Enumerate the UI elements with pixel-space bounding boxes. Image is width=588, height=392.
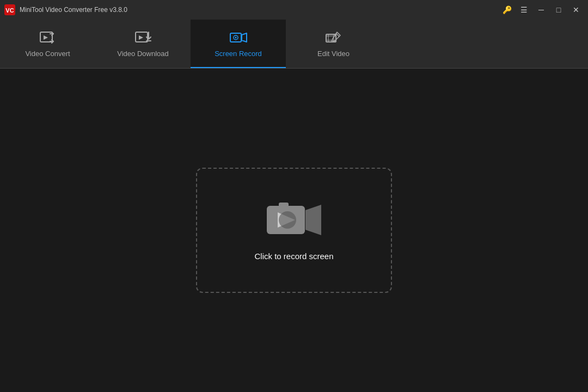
- title-bar: VC MiniTool Video Converter Free v3.8.0 …: [0, 0, 588, 20]
- record-icon-wrapper: [267, 200, 321, 238]
- nav-tabs: Video Convert Video Download Screen Reco…: [0, 20, 588, 69]
- menu-button[interactable]: ☰: [516, 2, 531, 17]
- main-content: Click to record screen: [0, 69, 588, 392]
- edit-video-icon: [325, 30, 342, 45]
- window-controls: 🔑 ☰ ─ □ ✕: [503, 2, 584, 17]
- app-logo: VC: [4, 4, 15, 15]
- tab-video-convert-label: Video Convert: [25, 50, 70, 58]
- svg-text:VC: VC: [5, 7, 14, 14]
- tab-edit-video[interactable]: Edit Video: [286, 20, 381, 68]
- screen-record-icon: [230, 30, 247, 45]
- svg-point-13: [279, 211, 296, 229]
- record-label: Click to record screen: [254, 252, 333, 261]
- record-area[interactable]: Click to record screen: [196, 168, 392, 293]
- tab-edit-video-label: Edit Video: [317, 50, 350, 58]
- svg-point-6: [235, 37, 236, 39]
- tab-video-download[interactable]: Video Download: [95, 20, 191, 68]
- tab-screen-record-label: Screen Record: [215, 50, 262, 58]
- close-button[interactable]: ✕: [568, 2, 584, 17]
- svg-rect-14: [279, 203, 289, 207]
- tab-screen-record[interactable]: Screen Record: [191, 20, 286, 68]
- minimize-button[interactable]: ─: [534, 2, 549, 17]
- video-download-icon: [134, 30, 152, 45]
- tab-video-download-label: Video Download: [117, 50, 168, 58]
- tab-video-convert[interactable]: Video Convert: [0, 20, 95, 68]
- video-convert-icon: [39, 30, 57, 45]
- key-icon: 🔑: [503, 5, 512, 14]
- camera-record-icon: [267, 200, 321, 238]
- maximize-button[interactable]: □: [551, 2, 566, 17]
- app-title: MiniTool Video Converter Free v3.8.0: [20, 6, 503, 14]
